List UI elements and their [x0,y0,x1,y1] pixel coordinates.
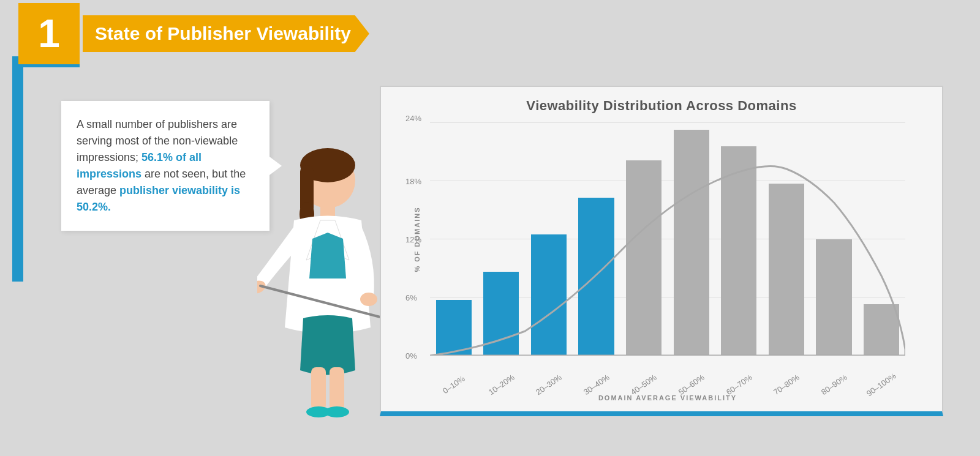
svg-point-11 [325,406,349,417]
title-banner: State of Publisher Viewability [83,15,369,52]
bar-blue-30-40 [578,198,614,356]
section-title: State of Publisher Viewability [95,23,351,44]
bar-blue-10-20 [483,272,519,356]
header: 1 State of Publisher Viewability [0,0,980,67]
svg-rect-8 [311,367,326,410]
bar-20-30 [525,123,573,356]
x-axis-labels: 0–10% 10–20% 20–30% 30–40% 40–50% 50–60%… [430,380,905,389]
chart-inner: % OF DOMAINS 24% 18% 12% 6% 0% [430,123,905,356]
bar-gray-80-90 [816,239,851,356]
chart-container: Viewability Distribution Across Domains … [380,86,943,416]
bar-80-90 [810,123,858,356]
y-tick-6: 6% [405,293,417,302]
bar-gray-60-70 [721,146,756,356]
y-tick-0: 0% [405,351,417,361]
bar-blue-0-10 [436,300,472,356]
bar-60-70 [715,123,763,356]
section-number: 1 [18,3,80,64]
bar-40-50 [620,123,668,356]
bars-area [430,123,905,356]
chart-title: Viewability Distribution Across Domains [381,87,942,114]
y-tick-24: 24% [405,114,421,123]
bar-gray-40-50 [626,160,662,356]
info-textbox: A small number of publishers are serving… [61,101,270,231]
bar-90-100 [858,123,905,356]
bar-gray-90-100 [864,304,899,356]
character-illustration [257,138,398,444]
bar-10-20 [478,123,526,356]
svg-rect-9 [330,367,344,410]
bar-70-80 [763,123,810,356]
svg-point-7 [360,293,377,306]
bar-gray-50-60 [674,130,709,356]
bar-0-10 [430,123,478,356]
x-axis-title: DOMAIN AVERAGE VIEWABILITY [430,394,905,402]
blue-vertical-bar [12,61,23,282]
bar-50-60 [668,123,715,356]
bar-blue-20-30 [531,234,567,356]
bar-gray-70-80 [769,184,804,356]
y-tick-12: 12% [405,235,421,244]
y-tick-18: 18% [405,177,421,186]
bar-30-40 [573,123,620,356]
